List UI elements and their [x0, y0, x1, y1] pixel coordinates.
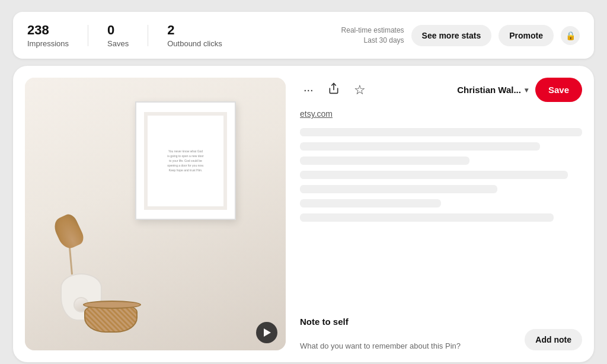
- skeleton-line: [300, 142, 540, 151]
- see-more-stats-button[interactable]: See more stats: [411, 25, 492, 46]
- more-icon: ···: [304, 83, 314, 97]
- board-selector-button[interactable]: Christian Wal... ▾: [457, 85, 528, 95]
- pin-details: ··· ☆ Christian Wal...: [300, 78, 582, 350]
- chevron-down-icon: ▾: [525, 86, 528, 94]
- basket-rim: [83, 301, 141, 309]
- share-button[interactable]: [324, 79, 343, 101]
- page-wrapper: 238 Impressions 0 Saves 2 Outbound click…: [13, 12, 594, 362]
- pin-image-wrapper: You never know what Godis going to open …: [25, 78, 286, 350]
- skeleton-lines: [300, 128, 582, 222]
- saves-stat: 0 Saves: [107, 23, 129, 48]
- action-bar: ··· ☆ Christian Wal...: [300, 78, 582, 102]
- pin-card: You never know what Godis going to open …: [13, 66, 594, 362]
- realtime-line1: Real-time estimates: [341, 25, 404, 36]
- dried-leaf-stem: [66, 222, 73, 275]
- promote-button[interactable]: Promote: [499, 25, 554, 46]
- note-section: Note to self What do you want to remembe…: [300, 309, 582, 350]
- stat-divider-2: [148, 25, 148, 46]
- star-icon: ☆: [354, 82, 366, 98]
- saves-label: Saves: [107, 39, 129, 48]
- skeleton-line: [300, 185, 497, 193]
- skeleton-line: [300, 171, 568, 179]
- realtime-text: Real-time estimates Last 30 days: [341, 25, 404, 46]
- note-subtitle: What do you want to remember about this …: [300, 341, 461, 350]
- realtime-line2: Last 30 days: [341, 36, 404, 46]
- save-button[interactable]: Save: [535, 78, 582, 102]
- wall-frame: You never know what Godis going to open …: [135, 101, 236, 220]
- leaf-blade: [51, 212, 86, 252]
- note-footer: What do you want to remember about this …: [300, 329, 582, 350]
- pin-image: You never know what Godis going to open …: [25, 78, 286, 350]
- add-note-button[interactable]: Add note: [525, 329, 582, 350]
- skeleton-line: [300, 128, 582, 136]
- saves-value: 0: [107, 23, 129, 38]
- more-options-button[interactable]: ···: [300, 79, 317, 100]
- stats-right: Real-time estimates Last 30 days See mor…: [341, 25, 580, 46]
- basket: [84, 303, 138, 333]
- impressions-label: Impressions: [27, 39, 69, 48]
- stats-bar: 238 Impressions 0 Saves 2 Outbound click…: [13, 12, 594, 59]
- skeleton-line: [300, 213, 554, 222]
- outbound-clicks-stat: 2 Outbound clicks: [167, 23, 222, 48]
- impressions-stat: 238 Impressions: [27, 23, 69, 48]
- lock-icon: 🔒: [561, 26, 580, 45]
- impressions-value: 238: [27, 23, 69, 38]
- outbound-clicks-value: 2: [167, 23, 222, 38]
- share-icon: [328, 82, 340, 97]
- frame-inner: You never know what Godis going to open …: [144, 112, 227, 210]
- outbound-clicks-label: Outbound clicks: [167, 39, 222, 48]
- note-title: Note to self: [300, 317, 582, 327]
- skeleton-line: [300, 157, 469, 165]
- skeleton-line: [300, 199, 441, 207]
- frame-text: You never know what Godis going to open …: [167, 149, 204, 173]
- play-button[interactable]: [256, 322, 277, 343]
- source-link[interactable]: etsy.com: [300, 109, 582, 119]
- board-name: Christian Wal...: [457, 85, 521, 95]
- star-button[interactable]: ☆: [350, 79, 369, 101]
- stat-divider-1: [88, 25, 88, 46]
